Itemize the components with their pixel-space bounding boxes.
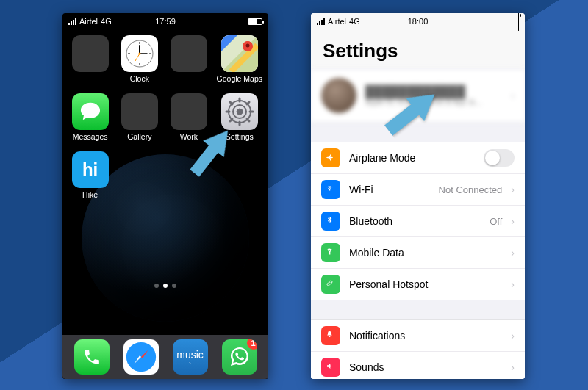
page-title: Settings: [311, 29, 525, 68]
sound-icon: [321, 358, 340, 377]
account-subtitle: Apple ID, iCloud, iTunes & App St…: [365, 98, 502, 106]
row-label: Airplane Mode: [349, 152, 475, 164]
settings-icon: [221, 93, 258, 130]
toggle-switch[interactable]: [484, 149, 514, 167]
phone-settings-screen: Airtel 4G 18:00 Settings ████████████ Ap…: [311, 13, 525, 379]
app-label: Messages: [73, 132, 108, 141]
phone-home-screen: Airtel 4G 17:59: [62, 13, 268, 379]
clock-icon: [121, 35, 158, 72]
chevron-right-icon: ›: [511, 215, 514, 227]
svg-point-8: [138, 53, 140, 55]
settings-group-alerts: Notifications›Sounds›: [311, 319, 525, 379]
clock-label: 18:00: [311, 17, 525, 26]
app-gallery[interactable]: Gallery: [118, 93, 161, 141]
row-label: Notifications: [349, 330, 502, 342]
bell-icon: [321, 326, 340, 345]
status-bar: Airtel 4G 18:00: [311, 13, 525, 29]
maps-icon: [221, 35, 258, 72]
dock-phone[interactable]: [74, 339, 110, 375]
row-label: Bluetooth: [349, 215, 481, 227]
music-label: music: [176, 349, 204, 361]
app-label: Gallery: [127, 132, 151, 141]
app-folder-media[interactable]: [68, 35, 112, 83]
app-label: Settings: [226, 132, 254, 141]
chevron-right-icon: ›: [511, 278, 514, 290]
apple-id-row[interactable]: ████████████ Apple ID, iCloud, iTunes & …: [311, 68, 525, 123]
link-icon: [321, 275, 340, 294]
app-clock[interactable]: Clock: [118, 35, 161, 83]
svg-line-24: [230, 119, 232, 121]
folder-icon: [171, 93, 207, 130]
battery-icon: [248, 18, 262, 25]
app-label: Clock: [130, 74, 149, 83]
chevron-right-icon: ›: [511, 184, 514, 195]
settings-row-sounds[interactable]: Sounds›: [311, 352, 525, 379]
app-label: Work: [180, 132, 198, 141]
row-value: Off: [490, 216, 502, 227]
airplane-icon: [321, 148, 340, 167]
avatar: [321, 78, 356, 113]
chevron-right-icon: ›: [511, 247, 514, 259]
dock-safari[interactable]: [123, 339, 159, 375]
app-work[interactable]: Work: [167, 93, 210, 141]
bluetooth-icon: [321, 212, 340, 231]
app-settings[interactable]: Settings: [217, 93, 262, 141]
chevron-right-icon: ›: [511, 90, 514, 101]
settings-group-connectivity: Airplane ModeWi-FiNot Connected›Bluetoot…: [311, 142, 525, 300]
svg-line-25: [247, 102, 249, 104]
settings-row-personal-hotspot[interactable]: Personal Hotspot›: [311, 269, 525, 300]
hike-icon: hi: [72, 151, 109, 188]
app-google-maps[interactable]: Google Maps: [217, 35, 262, 83]
clock-label: 17:59: [62, 17, 268, 26]
settings-row-mobile-data[interactable]: Mobile Data›: [311, 237, 525, 269]
svg-point-17: [237, 109, 243, 115]
row-value: Not Connected: [439, 184, 503, 195]
dock-music[interactable]: music ›: [173, 339, 208, 375]
folder-icon: [171, 35, 207, 72]
dock: music › 1: [62, 335, 268, 379]
settings-row-airplane-mode[interactable]: Airplane Mode: [311, 142, 525, 174]
antenna-icon: [321, 243, 340, 262]
row-label: Personal Hotspot: [349, 278, 502, 290]
folder-icon: [72, 35, 109, 72]
battery-icon: [518, 13, 519, 31]
svg-line-23: [247, 119, 249, 121]
app-label: Google Maps: [217, 74, 262, 83]
row-label: Wi-Fi: [349, 184, 430, 195]
settings-row-notifications[interactable]: Notifications›: [311, 320, 525, 352]
chevron-right-icon: ›: [511, 361, 514, 373]
dock-whatsapp[interactable]: 1: [222, 339, 257, 375]
row-label: Mobile Data: [349, 247, 502, 259]
status-bar: Airtel 4G 17:59: [62, 13, 268, 29]
row-label: Sounds: [349, 361, 502, 373]
app-hike[interactable]: hi Hike: [68, 151, 112, 199]
app-messages[interactable]: Messages: [68, 93, 112, 141]
svg-point-14: [245, 44, 249, 48]
settings-row-wi-fi[interactable]: Wi-FiNot Connected›: [311, 174, 525, 206]
wifi-icon: [321, 180, 340, 199]
messages-icon: [72, 93, 109, 130]
app-label: Hike: [82, 190, 98, 199]
svg-line-22: [230, 102, 232, 104]
app-folder-util[interactable]: [167, 35, 210, 83]
account-name: ████████████: [365, 85, 502, 98]
chevron-right-icon: ›: [511, 330, 514, 342]
folder-icon: [121, 93, 158, 130]
settings-row-bluetooth[interactable]: BluetoothOff›: [311, 206, 525, 237]
page-indicator[interactable]: [62, 284, 268, 288]
